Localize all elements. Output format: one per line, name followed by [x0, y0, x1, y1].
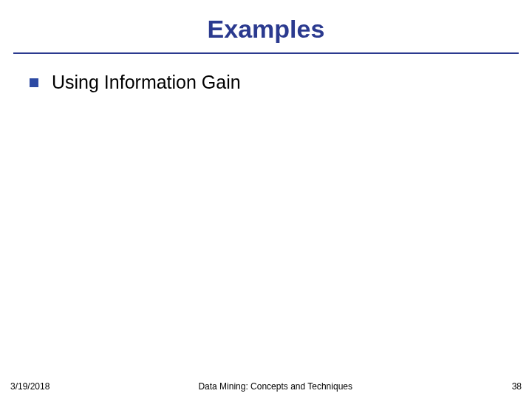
footer-date: 3/19/2018: [10, 381, 50, 392]
square-bullet-icon: [30, 78, 38, 87]
footer-center: Data Mining: Concepts and Techniques: [50, 381, 501, 392]
slide-body: Using Information Gain: [0, 54, 532, 93]
slide: Examples Using Information Gain 3/19/201…: [0, 0, 532, 399]
footer-page-number: 38: [501, 381, 522, 392]
slide-title: Examples: [0, 0, 532, 44]
bullet-item: Using Information Gain: [30, 72, 510, 93]
slide-footer: 3/19/2018 Data Mining: Concepts and Tech…: [0, 381, 532, 392]
bullet-text: Using Information Gain: [52, 72, 241, 93]
